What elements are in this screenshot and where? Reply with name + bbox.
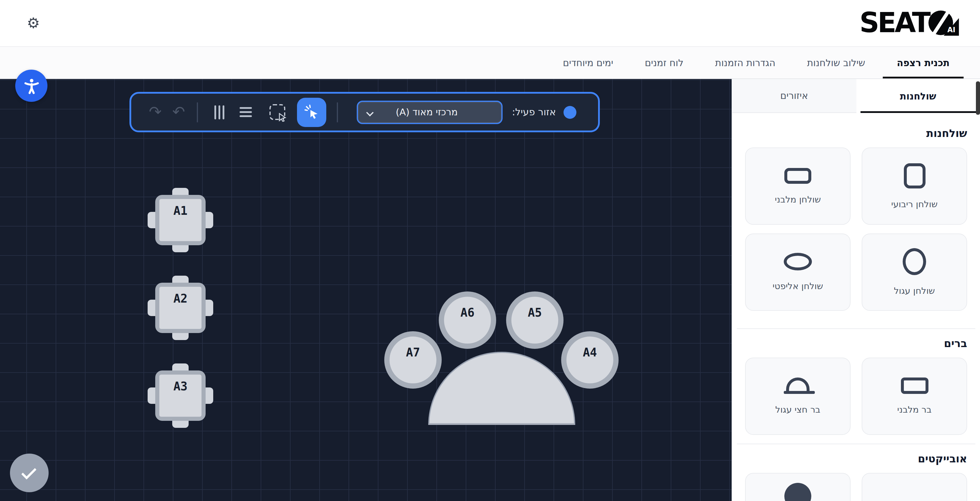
main-nav: תכנית רצפה שילוב שולחנות הגדרות הזמנות ל…	[0, 47, 980, 79]
card-label: בר מלבני	[897, 404, 931, 415]
rect-table-icon	[784, 168, 811, 184]
section-title-objects: אובייקטים	[745, 452, 967, 465]
table-A4[interactable]: A4	[561, 331, 619, 388]
accessibility-person-icon	[22, 77, 40, 95]
section-divider	[737, 444, 975, 444]
undo-icon[interactable]: ↶	[170, 103, 188, 121]
active-area-color-dot	[563, 106, 576, 119]
tab-reservation-settings[interactable]: הגדרות הזמנות	[701, 47, 790, 78]
tab-table-combinations[interactable]: שילוב שולחנות	[793, 47, 879, 78]
square-table-icon	[904, 163, 925, 188]
logo-text: SEAT	[860, 6, 929, 38]
table-A3[interactable]: A3	[155, 371, 205, 421]
table-label: A6	[460, 306, 474, 320]
toolbar-divider	[197, 102, 198, 122]
list-icon[interactable]	[240, 107, 252, 117]
section-divider	[737, 328, 975, 329]
section-title-tables: שולחנות	[745, 127, 967, 139]
scrollbar-thumb[interactable]	[976, 81, 980, 115]
table-label: A5	[528, 306, 542, 320]
table-label: A1	[173, 204, 188, 218]
check-icon	[21, 464, 36, 479]
sidebar-tabs: שולחנות איזורים	[732, 79, 980, 113]
confirm-button[interactable]	[10, 453, 49, 492]
table-A7[interactable]: A7	[384, 331, 442, 388]
table-A5[interactable]: A5	[506, 292, 563, 349]
card-ellipse-table[interactable]: שולחן אליפטי	[745, 233, 851, 311]
table-label: A3	[173, 379, 188, 393]
table-A6[interactable]: A6	[439, 292, 496, 349]
logo-a-icon: AI	[929, 9, 955, 36]
table-A1[interactable]: A1	[155, 195, 205, 245]
active-area-label: אזור פעיל:	[512, 106, 556, 117]
cursor-click-icon	[304, 104, 320, 120]
sidebar-tab-areas[interactable]: איזורים	[732, 79, 856, 113]
settings-gear-icon[interactable]: ⚙	[25, 14, 42, 32]
tab-schedule[interactable]: לוח זמנים	[631, 47, 698, 78]
sidebar-content: שולחנות שולחן ריבועי שולחן מלבני שולחן ע…	[732, 113, 980, 501]
table-A2[interactable]: A2	[155, 283, 205, 333]
tab-special-days[interactable]: ימים מיוחדים	[549, 47, 627, 78]
card-rect-bar[interactable]: בר מלבני	[862, 358, 967, 435]
round-table-icon	[903, 248, 926, 275]
active-area-value: מרכזי מאוד (A)	[358, 106, 501, 117]
sidebar-tab-tables[interactable]: שולחנות	[856, 79, 980, 113]
redo-icon[interactable]: ↷	[146, 103, 164, 121]
tab-floor-plan[interactable]: תכנית רצפה	[883, 47, 964, 78]
ellipse-table-icon	[784, 253, 812, 270]
shapes-sidebar: שולחנות איזורים שולחנות שולחן ריבועי שול…	[732, 79, 980, 501]
card-label: שולחן אליפטי	[773, 281, 823, 292]
logo-ai-text: AI	[947, 26, 955, 34]
card-label: שולחן מלבני	[775, 194, 821, 205]
bars-card-grid: בר מלבני בר חצי עגול	[745, 358, 967, 435]
semicircle-bar-icon	[786, 377, 810, 391]
card-object-round[interactable]	[745, 473, 851, 501]
marquee-select-icon[interactable]	[269, 104, 285, 120]
objects-card-grid	[745, 473, 967, 501]
table-label: A4	[583, 345, 597, 359]
canvas-toolbar: ↷ ↶ מרכזי מאוד	[129, 92, 600, 132]
active-area-select[interactable]: מרכזי מאוד (A)	[357, 100, 503, 124]
nav-tabs: תכנית רצפה שילוב שולחנות הגדרות הזמנות ל…	[549, 47, 964, 78]
table-label: A7	[406, 345, 420, 359]
floor-plan-canvas[interactable]: ↷ ↶ מרכזי מאוד	[0, 79, 732, 501]
semicircle-bar-table[interactable]	[428, 352, 575, 425]
card-semicircle-bar[interactable]: בר חצי עגול	[745, 358, 851, 435]
app-window: ⚙ SEAT AI תכנית רצפה שילוב שולחנות הגדרו…	[0, 0, 980, 501]
card-label: בר חצי עגול	[775, 404, 820, 415]
top-header: ⚙ SEAT AI	[0, 0, 980, 47]
vertical-bars-icon[interactable]	[215, 105, 224, 119]
card-round-table[interactable]: שולחן עגול	[862, 233, 967, 311]
card-label: שולחן ריבועי	[891, 199, 937, 209]
brand-logo: SEAT AI	[860, 6, 957, 39]
tables-card-grid: שולחן ריבועי שולחן מלבני שולחן עגול שולח…	[745, 147, 967, 311]
round-object-icon	[784, 483, 811, 501]
select-tool-button[interactable]	[297, 97, 326, 127]
card-label: שולחן עגול	[894, 285, 935, 296]
card-object-1[interactable]	[862, 473, 967, 501]
card-square-table[interactable]: שולחן ריבועי	[862, 147, 967, 225]
section-title-bars: ברים	[745, 337, 967, 349]
accessibility-button[interactable]	[15, 70, 48, 102]
rect-bar-icon	[900, 377, 928, 394]
table-label: A2	[173, 292, 188, 306]
card-rect-table[interactable]: שולחן מלבני	[745, 147, 851, 225]
toolbar-divider	[337, 102, 338, 122]
